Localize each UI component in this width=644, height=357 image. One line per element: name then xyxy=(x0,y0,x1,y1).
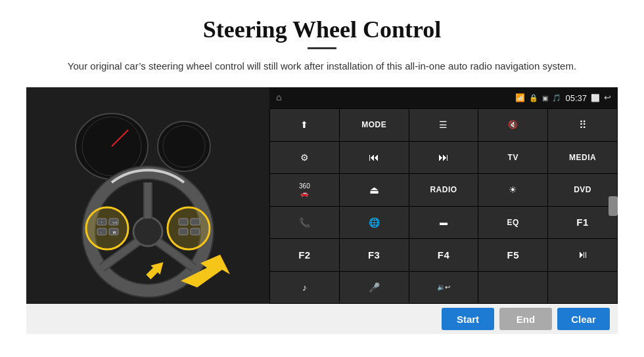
svg-text:-: - xyxy=(101,230,102,234)
page-subtitle: Your original car’s steering wheel contr… xyxy=(68,58,576,74)
menu-btn[interactable]: ☰ xyxy=(409,109,478,141)
prev-btn[interactable]: ⏮ xyxy=(340,142,409,174)
page-title: Steering Wheel Control xyxy=(203,16,442,43)
playpause-btn[interactable]: ⏯ xyxy=(548,239,617,271)
music-btn[interactable]: ♪ xyxy=(270,272,339,304)
status-bar: ⌂ 📶 🔒 ▣ 🎵 05:37 ⬜ ↩ xyxy=(269,87,618,108)
f3-btn[interactable]: F3 xyxy=(340,239,409,271)
bluetooth-icon: 🎵 xyxy=(552,94,561,102)
mute-btn[interactable]: 🔇 xyxy=(478,109,547,141)
radio-btn[interactable]: RADIO xyxy=(409,174,478,206)
empty-btn-2 xyxy=(548,272,617,304)
svg-rect-26 xyxy=(191,219,200,225)
f5-btn[interactable]: F5 xyxy=(478,239,547,271)
status-right: 📶 🔒 ▣ 🎵 05:37 ⬜ ↩ xyxy=(515,93,611,103)
svg-text:vol: vol xyxy=(112,220,118,224)
vol-call-btn[interactable]: 🔉↩ xyxy=(409,272,478,304)
clear-button[interactable]: Clear xyxy=(557,308,610,330)
car-image-area: + vol - ☎ xyxy=(26,87,269,304)
content-row: + vol - ☎ xyxy=(26,87,618,304)
nav-btn[interactable]: 🌐 xyxy=(340,207,409,239)
scroll-handle[interactable] xyxy=(609,196,618,216)
eject-btn[interactable]: ⏏ xyxy=(340,174,409,206)
settings-btn[interactable]: ⚙ xyxy=(270,142,339,174)
navigate-btn[interactable]: ⬆ xyxy=(270,109,339,141)
button-grid: ⬆ MODE ☰ 🔇 ⠿ ⚙ ⏮ ⏭ TV MEDIA 360🚗 ⏏ RADIO… xyxy=(269,108,618,304)
f1-btn[interactable]: F1 xyxy=(548,207,617,239)
screen-btn[interactable]: ▬ xyxy=(409,207,478,239)
start-button[interactable]: Start xyxy=(442,308,494,330)
f2-btn[interactable]: F2 xyxy=(270,239,339,271)
home-icon[interactable]: ⌂ xyxy=(276,93,281,103)
title-divider xyxy=(308,47,336,49)
wifi-icon: 📶 xyxy=(515,93,525,103)
page-container: Steering Wheel Control Your original car… xyxy=(0,0,644,357)
screenshot-icon: ⬜ xyxy=(591,94,600,102)
empty-btn-1 xyxy=(478,272,547,304)
next-btn[interactable]: ⏭ xyxy=(409,142,478,174)
android-screen: ⌂ 📶 🔒 ▣ 🎵 05:37 ⬜ ↩ xyxy=(269,87,618,304)
dvd-btn[interactable]: DVD xyxy=(548,174,617,206)
svg-point-24 xyxy=(168,207,210,249)
svg-point-2 xyxy=(158,121,210,171)
end-button[interactable]: End xyxy=(499,308,552,330)
svg-rect-25 xyxy=(179,219,188,225)
svg-text:☎: ☎ xyxy=(112,231,116,234)
svg-rect-27 xyxy=(179,228,188,235)
mode-btn[interactable]: MODE xyxy=(340,109,409,141)
back-icon[interactable]: ↩ xyxy=(604,93,611,103)
apps-btn[interactable]: ⠿ xyxy=(548,109,617,141)
svg-rect-28 xyxy=(191,228,200,235)
f4-btn[interactable]: F4 xyxy=(409,239,478,271)
lock-icon: 🔒 xyxy=(529,94,538,102)
mic-btn[interactable]: 🎤 xyxy=(340,272,409,304)
media-btn[interactable]: MEDIA xyxy=(548,142,617,174)
brightness-btn[interactable]: ☀ xyxy=(478,174,547,206)
svg-rect-18 xyxy=(97,228,106,235)
sim-icon: ▣ xyxy=(542,94,548,102)
svg-point-15 xyxy=(86,207,128,249)
eq-btn[interactable]: EQ xyxy=(478,207,547,239)
phone-btn[interactable]: 📞 xyxy=(270,207,339,239)
cam360-btn[interactable]: 360🚗 xyxy=(270,174,339,206)
status-time: 05:37 xyxy=(565,93,587,103)
tv-btn[interactable]: TV xyxy=(478,142,547,174)
bottom-buttons-bar: Start End Clear xyxy=(26,304,618,334)
